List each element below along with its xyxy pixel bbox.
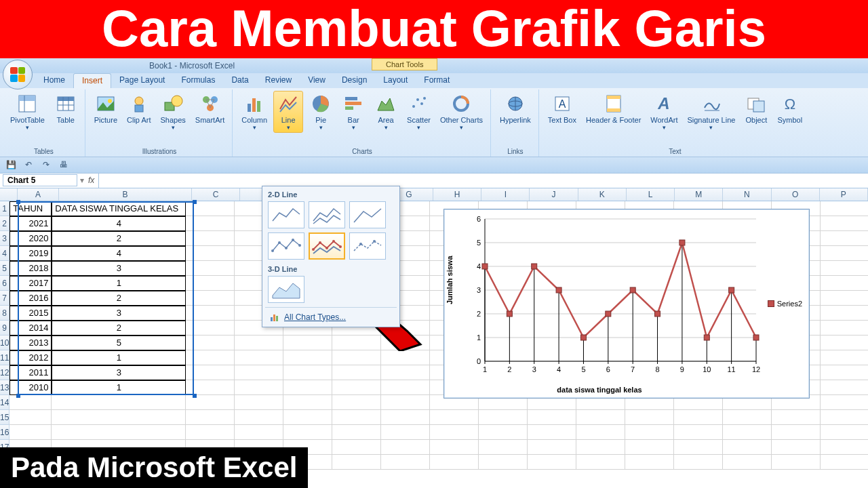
cell-F14[interactable] xyxy=(332,395,381,410)
picture-button[interactable]: Picture xyxy=(91,91,121,126)
cell-N18[interactable] xyxy=(723,455,772,470)
smartart-button[interactable]: SmartArt xyxy=(192,91,228,126)
cell-H15[interactable] xyxy=(430,410,479,425)
cell-C7[interactable] xyxy=(186,291,235,306)
area-chart-button[interactable]: Area▾ xyxy=(371,91,401,133)
cell-I17[interactable] xyxy=(479,440,528,455)
cell-B13[interactable]: 1 xyxy=(52,380,186,395)
cell-B9[interactable]: 2 xyxy=(52,321,186,336)
fx-label[interactable]: fx xyxy=(88,176,94,185)
worksheet[interactable]: ABCDEFGHIJKLMNOP 12345678910111213141516… xyxy=(0,188,868,487)
cell-F10[interactable] xyxy=(332,336,381,350)
cell-C11[interactable] xyxy=(186,350,235,365)
undo-icon[interactable]: ↶ xyxy=(22,159,35,171)
cell-F16[interactable] xyxy=(332,425,381,440)
cell-G16[interactable] xyxy=(381,425,430,440)
cell-G15[interactable] xyxy=(381,410,430,425)
cell-E14[interactable] xyxy=(283,395,332,410)
cell-P7[interactable] xyxy=(821,291,868,306)
cell-D14[interactable] xyxy=(235,395,283,410)
cell-A2[interactable]: 2021 xyxy=(9,216,52,231)
cell-E15[interactable] xyxy=(283,410,332,425)
cell-A7[interactable]: 2016 xyxy=(9,291,52,306)
wordart-button[interactable]: AWordArt▾ xyxy=(647,91,681,133)
other-charts-button[interactable]: Other Charts▾ xyxy=(437,91,486,133)
shapes-button[interactable]: Shapes▾ xyxy=(157,91,189,133)
cell-N17[interactable] xyxy=(723,440,772,455)
hyperlink-button[interactable]: Hyperlink xyxy=(496,91,534,126)
cell-P13[interactable] xyxy=(821,380,868,395)
cell-A6[interactable]: 2017 xyxy=(9,276,52,291)
bar-chart-button[interactable]: Bar▾ xyxy=(338,91,368,133)
row-header-4[interactable]: 4 xyxy=(0,246,9,261)
cell-P17[interactable] xyxy=(821,440,868,455)
save-icon[interactable]: 💾 xyxy=(4,159,18,171)
cell-A13[interactable]: 2010 xyxy=(9,380,52,395)
col-header-L[interactable]: L xyxy=(627,188,675,201)
cell-C12[interactable] xyxy=(186,365,235,380)
col-header-K[interactable]: K xyxy=(578,188,627,201)
tab-insert[interactable]: Insert xyxy=(73,73,111,88)
cell-A3[interactable]: 2020 xyxy=(9,231,52,246)
cell-M18[interactable] xyxy=(674,455,723,470)
name-box[interactable]: Chart 5 xyxy=(3,174,77,186)
object-button[interactable]: Object xyxy=(741,91,771,126)
tab-view[interactable]: View xyxy=(300,73,334,88)
cell-B14[interactable] xyxy=(52,395,186,410)
cell-D10[interactable] xyxy=(235,336,283,350)
line-chart-button[interactable]: Line▾ xyxy=(273,91,303,133)
cell-O17[interactable] xyxy=(772,440,821,455)
cell-A4[interactable]: 2019 xyxy=(9,246,52,261)
line-type-2[interactable] xyxy=(309,201,345,228)
cell-E12[interactable] xyxy=(283,365,332,380)
cell-H17[interactable] xyxy=(430,440,479,455)
cell-N15[interactable] xyxy=(723,410,772,425)
cell-K18[interactable] xyxy=(576,455,625,470)
row-header-11[interactable]: 11 xyxy=(0,350,9,365)
row-header-10[interactable]: 10 xyxy=(0,336,9,350)
cell-L16[interactable] xyxy=(625,425,674,440)
row-header-1[interactable]: 1 xyxy=(0,201,9,216)
cell-P9[interactable] xyxy=(821,321,868,336)
tab-format[interactable]: Format xyxy=(416,73,458,88)
print-preview-icon[interactable]: 🖶 xyxy=(57,159,71,171)
cell-H18[interactable] xyxy=(430,455,479,470)
row-header-14[interactable]: 14 xyxy=(0,395,9,410)
cell-F17[interactable] xyxy=(332,440,381,455)
cell-I16[interactable] xyxy=(479,425,528,440)
tab-formulas[interactable]: Formulas xyxy=(173,73,223,88)
cell-A10[interactable]: 2013 xyxy=(9,336,52,350)
row-header-6[interactable]: 6 xyxy=(0,276,9,291)
line-type-3[interactable] xyxy=(349,201,386,228)
cell-E11[interactable] xyxy=(283,350,332,365)
row-header-15[interactable]: 15 xyxy=(0,410,9,425)
line-3d-type[interactable] xyxy=(268,276,304,303)
office-button[interactable] xyxy=(3,60,33,89)
signature-line-button[interactable]: Signature Line▾ xyxy=(684,91,738,133)
cell-L15[interactable] xyxy=(625,410,674,425)
cell-D16[interactable] xyxy=(235,425,283,440)
tab-page-layout[interactable]: Page Layout xyxy=(111,73,173,88)
cell-G17[interactable] xyxy=(381,440,430,455)
cell-P10[interactable] xyxy=(821,336,868,350)
cell-L18[interactable] xyxy=(625,455,674,470)
row-header-8[interactable]: 8 xyxy=(0,306,9,321)
cell-C15[interactable] xyxy=(186,410,235,425)
cell-P8[interactable] xyxy=(821,306,868,321)
row-header-5[interactable]: 5 xyxy=(0,261,9,276)
scatter-chart-button[interactable]: Scatter▾ xyxy=(403,91,434,133)
tab-layout[interactable]: Layout xyxy=(375,73,416,88)
table-button[interactable]: Table xyxy=(51,91,81,126)
cell-M16[interactable] xyxy=(674,425,723,440)
cell-D11[interactable] xyxy=(235,350,283,365)
cell-P16[interactable] xyxy=(821,425,868,440)
clipart-button[interactable]: Clip Art xyxy=(123,91,154,126)
cell-D15[interactable] xyxy=(235,410,283,425)
cell-O15[interactable] xyxy=(772,410,821,425)
cell-P6[interactable] xyxy=(821,276,868,291)
cell-O16[interactable] xyxy=(772,425,821,440)
cell-C8[interactable] xyxy=(186,306,235,321)
cell-F15[interactable] xyxy=(332,410,381,425)
line-type-4[interactable] xyxy=(268,232,304,260)
row-header-7[interactable]: 7 xyxy=(0,291,9,306)
